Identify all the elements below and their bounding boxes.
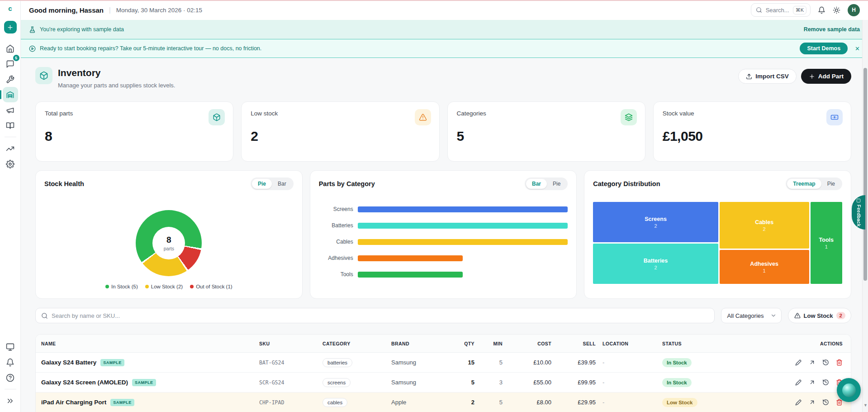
create-new-button[interactable]	[4, 21, 17, 34]
stat-card-stock-value: Stock value £1,050	[653, 101, 851, 162]
donut-legend: In Stock (5) Low Stock (2) Out of Stock …	[105, 284, 232, 289]
part-location: -	[596, 379, 655, 386]
bar-batteries[interactable]	[358, 223, 568, 229]
sample-data-banner: You're exploring with sample data Remove…	[21, 20, 868, 39]
table-row: Galaxy S24 BatterySAMPLE BAT-GS24 batter…	[36, 353, 851, 373]
bell-icon	[818, 6, 825, 14]
app-logo[interactable]: c	[8, 5, 12, 14]
sidebar-item-repairs[interactable]	[3, 72, 18, 87]
treemap-tile-batteries[interactable]: Batteries 2	[593, 244, 718, 284]
part-qty: 2	[459, 399, 474, 406]
wrench-icon	[6, 75, 14, 84]
part-brand: Apple	[391, 399, 459, 406]
column-header-min: MIN	[474, 341, 503, 346]
sidebar-item-inventory[interactable]	[3, 87, 18, 102]
history-button[interactable]	[822, 379, 829, 386]
treemap-tile-cables[interactable]: Cables 2	[720, 202, 809, 249]
pencil-icon	[795, 359, 802, 366]
sidebar-item-help[interactable]	[3, 370, 18, 385]
global-search[interactable]: Search... ⌘K	[751, 3, 811, 17]
delete-button[interactable]	[836, 359, 843, 366]
part-name[interactable]: iPad Air Charging Port	[41, 399, 106, 406]
chat-launcher-avatar	[842, 383, 856, 397]
edit-button[interactable]	[795, 379, 802, 386]
legend-low-stock: Low Stock (2)	[145, 284, 183, 289]
start-demos-button[interactable]: Start Demos	[800, 43, 848, 54]
category-filter-select[interactable]: All Categories	[721, 308, 782, 323]
remove-sample-data-link[interactable]: Remove sample data	[804, 26, 860, 33]
open-button[interactable]	[809, 379, 816, 386]
part-name[interactable]: Galaxy S24 Screen (AMOLED)	[41, 379, 128, 386]
theme-toggle-button[interactable]	[833, 6, 840, 14]
bar-row: Adhesives	[319, 250, 568, 266]
sidebar-item-home[interactable]	[3, 41, 18, 56]
toggle-bar[interactable]: Bar	[272, 179, 292, 189]
chart-title: Category Distribution	[593, 180, 660, 187]
treemap-tile-tools[interactable]: Tools 1	[811, 202, 842, 284]
plus-icon	[7, 24, 14, 31]
toggle-pie[interactable]: Pie	[821, 179, 841, 189]
sidebar-expand-button[interactable]	[3, 393, 18, 408]
chat-launcher-button[interactable]	[837, 378, 861, 402]
column-header-category: CATEGORY	[323, 341, 391, 346]
treemap-tile-screens[interactable]: Screens 2	[593, 202, 718, 242]
alert-triangle-icon	[415, 109, 431, 125]
stock-health-donut-chart[interactable]: 8 parts	[136, 210, 202, 276]
low-stock-filter-label: Low Stock	[804, 312, 833, 319]
history-icon	[822, 399, 829, 406]
sidebar-item-display[interactable]	[3, 339, 18, 355]
open-button[interactable]	[809, 359, 816, 366]
stat-label: Low stock	[251, 110, 430, 117]
part-sell: £99.95	[551, 379, 596, 386]
column-header-brand: BRAND	[391, 341, 459, 346]
scrollbar-thumb[interactable]	[863, 68, 867, 281]
scrollbar-down-arrow[interactable]: ▼	[863, 403, 868, 407]
trash-icon	[836, 359, 843, 366]
parts-search-input[interactable]	[52, 312, 709, 319]
edit-button[interactable]	[795, 359, 802, 366]
current-date: Monday, 30 March 2026 · 02:15	[116, 7, 202, 14]
part-name[interactable]: Galaxy S24 Battery	[41, 359, 96, 366]
feedback-label: Feedback	[856, 205, 861, 227]
tour-text: Ready to start booking repairs? Take our…	[40, 45, 261, 52]
user-avatar[interactable]: H	[848, 4, 860, 16]
arrow-up-right-icon	[809, 359, 816, 366]
import-csv-button[interactable]: Import CSV	[738, 69, 797, 84]
low-stock-filter-button[interactable]: Low Stock 2	[788, 308, 851, 323]
treemap-tile-adhesives[interactable]: Adhesives 1	[720, 250, 809, 284]
bar-adhesives[interactable]	[358, 255, 463, 261]
bar-cables[interactable]	[358, 239, 568, 245]
sidebar-item-messages[interactable]: 5	[3, 56, 18, 72]
sidebar-item-settings[interactable]	[3, 156, 18, 172]
toggle-treemap[interactable]: Treemap	[787, 179, 821, 189]
history-button[interactable]	[822, 399, 829, 406]
notifications-button[interactable]	[818, 6, 825, 14]
part-sku: SCR-GS24	[259, 379, 323, 386]
inventory-icon	[6, 91, 14, 99]
page-title: Inventory	[58, 67, 175, 78]
close-banner-button[interactable]: ✕	[855, 45, 860, 52]
low-stock-count-badge: 2	[836, 312, 845, 319]
arrow-up-right-icon	[809, 379, 816, 386]
sidebar-item-analytics[interactable]	[3, 141, 18, 156]
bar-tools[interactable]	[358, 272, 463, 278]
sidebar-item-notifications[interactable]	[3, 355, 18, 370]
toggle-pie[interactable]: Pie	[252, 179, 272, 189]
sidebar-item-marketing[interactable]	[3, 102, 18, 118]
arrow-up-right-icon	[809, 399, 816, 406]
parts-table: NAME SKU CATEGORY BRAND QTY MIN COST SEL…	[35, 334, 851, 412]
legend-dot	[145, 285, 149, 288]
stat-card-categories: Categories 5	[447, 101, 645, 162]
part-cost: £55.00	[503, 379, 551, 386]
edit-button[interactable]	[795, 399, 802, 406]
bar-screens[interactable]	[358, 206, 568, 212]
toggle-pie[interactable]: Pie	[547, 179, 566, 189]
sun-icon	[833, 6, 840, 14]
part-sell: £29.95	[551, 399, 596, 406]
history-button[interactable]	[822, 359, 829, 366]
open-button[interactable]	[809, 399, 816, 406]
toggle-bar[interactable]: Bar	[526, 179, 547, 189]
sidebar-item-knowledge[interactable]	[3, 118, 18, 133]
add-part-button[interactable]: Add Part	[801, 69, 851, 84]
parts-search-field[interactable]	[35, 308, 715, 323]
